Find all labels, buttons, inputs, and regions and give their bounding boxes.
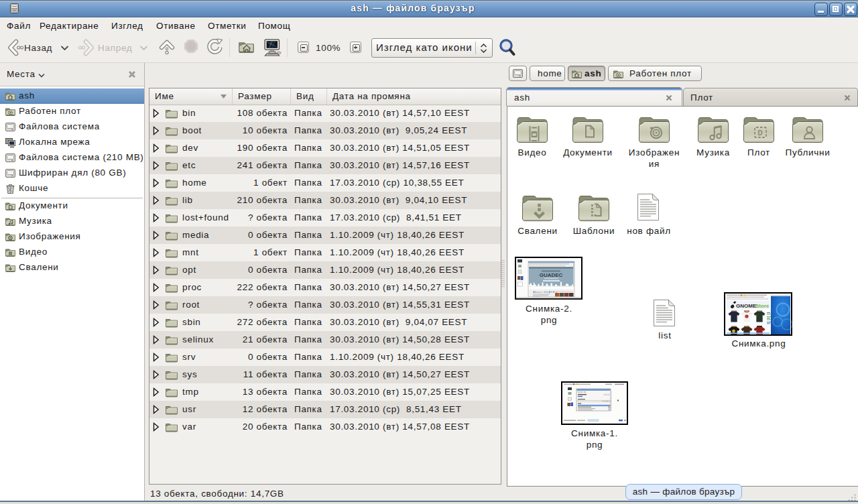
svg-text:D: D [758,129,763,137]
svg-text:GUADEC: GUADEC [540,272,563,278]
svg-text:About GUADEC: About GUADEC [533,290,558,294]
svg-text:GNOME: GNOME [736,303,757,309]
svg-text:Store: Store [755,303,770,309]
